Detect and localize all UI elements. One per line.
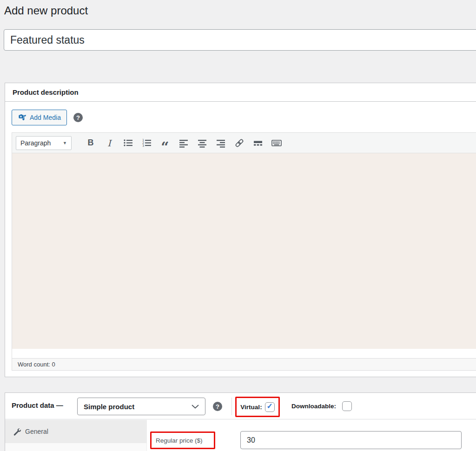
add-product-screen: Add new product Product description Add … — [0, 0, 476, 451]
numbered-list-icon: 1 2 3 — [142, 138, 152, 148]
link-icon — [234, 138, 245, 148]
help-icon[interactable]: ? — [213, 402, 222, 411]
caret-down-icon: ▼ — [63, 141, 67, 145]
product-data-tabs: General — [5, 420, 147, 451]
media-row: Add Media ? — [12, 110, 83, 125]
italic-button[interactable]: I — [100, 136, 119, 150]
add-media-button[interactable]: Add Media — [12, 110, 67, 125]
add-media-label: Add Media — [30, 114, 61, 121]
product-data-body: General Regular price ($) — [5, 420, 476, 451]
format-select-value: Paragraph — [20, 139, 51, 147]
keyboard-icon — [271, 137, 282, 149]
blockquote-button[interactable]: “ — [156, 136, 174, 150]
product-data-title: Product data — — [12, 401, 63, 409]
word-count: Word count: 0 — [18, 361, 55, 368]
bulleted-list-button[interactable] — [119, 136, 137, 150]
regular-price-annotation-box: Regular price ($) — [150, 431, 215, 449]
wrench-icon — [13, 428, 21, 436]
align-left-button[interactable] — [174, 136, 193, 150]
align-left-icon — [179, 138, 188, 148]
general-tab-panel: Regular price ($) — [147, 420, 476, 451]
checkmark-icon: ✓ — [266, 403, 272, 410]
help-icon[interactable]: ? — [73, 113, 83, 122]
virtual-label: Virtual: — [240, 404, 262, 411]
regular-price-label: Regular price ($) — [156, 437, 203, 444]
downloadable-checkbox[interactable] — [342, 401, 352, 411]
align-right-icon — [216, 138, 225, 148]
product-data-panel: Product data — Simple product ? Virtual:… — [5, 392, 476, 451]
virtual-checkbox[interactable]: ✓ — [265, 402, 275, 412]
page-title: Add new product — [4, 4, 88, 17]
downloadable-label: Downloadable: — [291, 403, 336, 410]
read-more-icon — [253, 138, 263, 148]
product-data-header: Product data — Simple product ? Virtual:… — [5, 393, 476, 419]
virtual-annotation-box: Virtual: ✓ — [235, 397, 280, 417]
numbered-list-button[interactable]: 1 2 3 — [137, 136, 156, 150]
media-icon — [18, 113, 26, 122]
paragraph-format-select[interactable]: Paragraph ▼ — [16, 136, 72, 150]
svg-text:3: 3 — [142, 144, 144, 148]
product-title-input[interactable] — [4, 29, 476, 51]
product-type-value: Simple product — [84, 403, 134, 411]
keyboard-shortcuts-button[interactable] — [267, 136, 286, 150]
regular-price-input[interactable] — [240, 431, 462, 449]
visual-editor: Paragraph ▼ B I 1 — [12, 132, 476, 371]
bulleted-list-icon — [123, 138, 133, 148]
align-center-button[interactable] — [193, 136, 212, 150]
product-type-select[interactable]: Simple product — [77, 398, 205, 415]
product-description-header: Product description — [5, 83, 476, 102]
tab-general-label: General — [25, 428, 48, 435]
align-right-button[interactable] — [212, 136, 230, 150]
product-description-panel: Product description Add Media ? Paragrap… — [5, 83, 476, 377]
divider — [231, 398, 232, 415]
align-center-icon — [198, 138, 207, 148]
bold-button[interactable]: B — [81, 136, 100, 150]
link-button[interactable] — [230, 136, 249, 150]
chevron-down-icon — [192, 405, 199, 409]
tab-general[interactable]: General — [5, 420, 146, 443]
editor-content-area[interactable] — [12, 153, 476, 349]
editor-statusbar: Word count: 0 — [12, 358, 476, 370]
editor-toolbar: Paragraph ▼ B I 1 — [12, 133, 476, 153]
read-more-button[interactable] — [249, 136, 267, 150]
